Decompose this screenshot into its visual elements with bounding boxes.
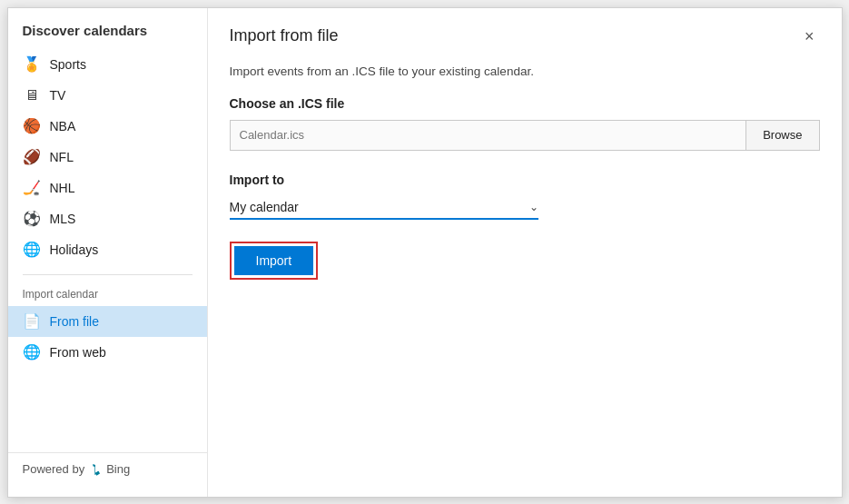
nfl-icon: 🏈 bbox=[23, 148, 41, 166]
file-input[interactable] bbox=[230, 120, 746, 151]
choose-file-label: Choose an .ICS file bbox=[230, 96, 820, 111]
close-button[interactable]: × bbox=[799, 26, 820, 46]
import-button[interactable]: Import bbox=[234, 246, 314, 275]
dialog-title: Import from file bbox=[230, 26, 339, 45]
sidebar-item-from-web[interactable]: 🌐 From web bbox=[8, 337, 207, 368]
nhl-icon: 🏒 bbox=[23, 179, 41, 197]
bing-logo: Bing bbox=[90, 462, 130, 477]
sidebar-item-sports[interactable]: 🏅 Sports bbox=[8, 49, 207, 80]
description-text: Import events from an .ICS file to your … bbox=[230, 64, 820, 78]
sidebar-item-from-file[interactable]: 📄 From file bbox=[8, 306, 207, 337]
app-window: Discover calendars 🏅 Sports 🖥 TV 🏀 NBA 🏈… bbox=[7, 7, 843, 498]
sidebar: Discover calendars 🏅 Sports 🖥 TV 🏀 NBA 🏈… bbox=[8, 8, 208, 497]
calendar-select[interactable]: My calendar ⌄ bbox=[230, 196, 538, 220]
import-section-label: Import calendar bbox=[8, 284, 207, 306]
sidebar-item-label: TV bbox=[50, 88, 66, 103]
sidebar-item-label: NHL bbox=[50, 181, 75, 195]
sidebar-item-label: NBA bbox=[50, 119, 76, 133]
sidebar-item-nba[interactable]: 🏀 NBA bbox=[8, 111, 207, 142]
sidebar-item-nfl[interactable]: 🏈 NFL bbox=[8, 142, 207, 173]
sidebar-title: Discover calendars bbox=[8, 23, 207, 49]
sidebar-item-label: Holidays bbox=[50, 242, 99, 257]
sidebar-item-label: NFL bbox=[50, 150, 74, 164]
import-button-wrapper: Import bbox=[230, 242, 319, 280]
sidebar-item-mls[interactable]: ⚽ MLS bbox=[8, 203, 207, 234]
sidebar-item-nhl[interactable]: 🏒 NHL bbox=[8, 173, 207, 203]
sports-icon: 🏅 bbox=[23, 55, 41, 74]
dialog-header: Import from file × bbox=[208, 8, 842, 57]
holidays-icon: 🌐 bbox=[23, 241, 41, 259]
nba-icon: 🏀 bbox=[23, 117, 41, 135]
bing-text: Bing bbox=[106, 462, 130, 476]
file-input-row: Browse bbox=[230, 120, 820, 151]
web-icon: 🌐 bbox=[23, 343, 41, 361]
chevron-down-icon: ⌄ bbox=[529, 201, 538, 213]
sidebar-item-label: MLS bbox=[50, 212, 76, 226]
sidebar-item-label: Sports bbox=[50, 57, 86, 72]
sidebar-item-label: From web bbox=[50, 345, 106, 360]
mls-icon: ⚽ bbox=[23, 210, 41, 228]
sidebar-item-holidays[interactable]: 🌐 Holidays bbox=[8, 234, 207, 265]
powered-by-text: Powered by bbox=[23, 462, 85, 476]
dialog-body: Import events from an .ICS file to your … bbox=[208, 57, 842, 497]
sidebar-footer: Powered by Bing bbox=[8, 452, 207, 486]
sidebar-item-label: From file bbox=[50, 314, 99, 329]
file-icon: 📄 bbox=[23, 312, 41, 331]
calendar-select-value: My calendar bbox=[230, 200, 299, 214]
sidebar-divider bbox=[23, 274, 193, 275]
main-content: Import from file × Import events from an… bbox=[208, 8, 842, 497]
import-to-label: Import to bbox=[230, 173, 820, 187]
browse-button[interactable]: Browse bbox=[745, 120, 819, 151]
sidebar-item-tv[interactable]: 🖥 TV bbox=[8, 80, 207, 111]
tv-icon: 🖥 bbox=[23, 86, 41, 104]
